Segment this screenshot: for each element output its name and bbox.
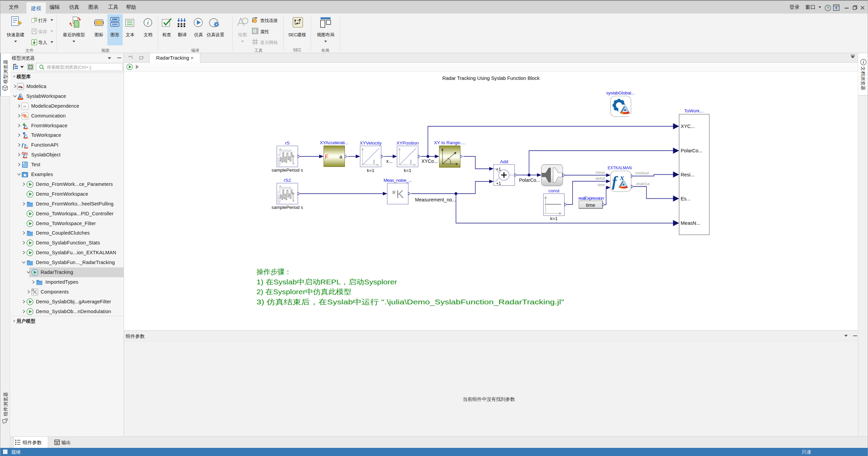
svg-text:k=1: k=1 bbox=[404, 168, 411, 173]
svg-text:f: f bbox=[22, 142, 24, 148]
svg-text:Resi...: Resi... bbox=[681, 172, 695, 177]
svg-text:samplePeriod s: samplePeriod s bbox=[271, 168, 303, 173]
svg-text:XYPosition: XYPosition bbox=[396, 140, 419, 146]
svg-text:Meas_noise_...: Meas_noise_... bbox=[384, 178, 412, 183]
svg-text:3) 仿真结束后，在Syslab中运行 ".\julia\D: 3) 仿真结束后，在Syslab中运行 ".\julia\Demo_Syslab… bbox=[256, 298, 564, 306]
svg-text:samplePeriod s: samplePeriod s bbox=[271, 205, 303, 210]
svg-text:Es...: Es... bbox=[681, 196, 690, 201]
svg-text:F: F bbox=[325, 154, 328, 160]
svg-text:m: m bbox=[23, 104, 26, 108]
svg-text:PolarCo...: PolarCo... bbox=[519, 177, 540, 183]
svg-text:+1: +1 bbox=[496, 181, 501, 186]
svg-text:xhatOut: xhatOut bbox=[636, 182, 650, 186]
svg-text:i: i bbox=[863, 60, 864, 65]
svg-text:XYCo...: XYCo... bbox=[421, 158, 438, 164]
svg-text:XYAccelerati...: XYAccelerati... bbox=[320, 140, 348, 145]
svg-text:a: a bbox=[339, 154, 343, 159]
svg-text:time: time bbox=[598, 183, 605, 187]
svg-text:Add: Add bbox=[500, 159, 508, 164]
svg-text:i: i bbox=[147, 20, 149, 26]
svg-text:residual: residual bbox=[635, 171, 649, 175]
svg-text:?: ? bbox=[827, 6, 829, 10]
svg-text:2) 在Sysplorer中仿真此模型: 2) 在Sysplorer中仿真此模型 bbox=[256, 288, 351, 296]
svg-text:k=1: k=1 bbox=[550, 216, 558, 221]
svg-text:const: const bbox=[549, 188, 560, 193]
svg-text:rS2: rS2 bbox=[284, 178, 291, 183]
svg-text:realExpression: realExpression bbox=[578, 196, 604, 201]
svg-text:Measurement_no...: Measurement_no... bbox=[415, 197, 456, 202]
svg-text:deltat: deltat bbox=[596, 176, 605, 180]
svg-text:rS: rS bbox=[285, 140, 290, 146]
svg-text:+1: +1 bbox=[496, 167, 501, 172]
svg-text:XYC...: XYC... bbox=[681, 124, 695, 129]
svg-text:XY to Range-...: XY to Range-... bbox=[434, 140, 465, 145]
svg-text:x...: x... bbox=[386, 158, 393, 164]
svg-text:k=1: k=1 bbox=[367, 168, 374, 173]
svg-text:ToWork...: ToWork... bbox=[684, 108, 704, 113]
svg-text:meas: meas bbox=[596, 170, 605, 174]
svg-text:操作步骤：: 操作步骤： bbox=[256, 268, 291, 276]
svg-text:*K: *K bbox=[392, 188, 404, 200]
svg-text:EXTKALMAN: EXTKALMAN bbox=[608, 165, 632, 170]
svg-text:1) 在Syslab中启动REPL，启动Sysplorer: 1) 在Syslab中启动REPL，启动Sysplorer bbox=[256, 278, 397, 286]
svg-text:Radar Tracking Using Syslab Fu: Radar Tracking Using Syslab Function Blo… bbox=[442, 75, 540, 81]
svg-text:PolarCo...: PolarCo... bbox=[681, 148, 702, 153]
svg-text:time: time bbox=[586, 202, 595, 208]
svg-text:syslabGlobal...: syslabGlobal... bbox=[606, 90, 635, 95]
svg-text:m: m bbox=[18, 84, 22, 89]
svg-text:XYVelocity: XYVelocity bbox=[360, 140, 382, 146]
svg-text:MeasN...: MeasN... bbox=[681, 220, 700, 226]
